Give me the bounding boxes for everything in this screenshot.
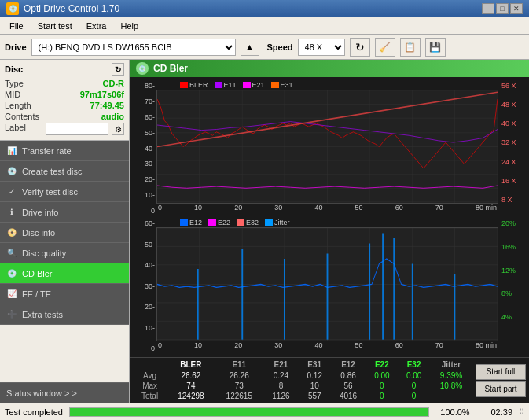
stats-avg-e21: 0.24 [263, 370, 299, 381]
stats-avg-row: Avg 26.62 26.26 0.24 0.12 0.86 0.00 0.00… [133, 370, 472, 381]
stats-avg-bler: 26.62 [167, 370, 215, 381]
minimize-button[interactable]: ─ [482, 3, 494, 14]
chart-title: CD Bler [153, 63, 188, 74]
progress-bar-fill [70, 408, 428, 416]
extra-tests-icon: ➕ [6, 309, 17, 320]
stats-max-e31: 10 [299, 381, 331, 391]
nav-create-test-disc-label: Create test disc [22, 167, 82, 176]
speed-select[interactable]: 48 X [298, 39, 345, 56]
legend-e11: E11 [215, 81, 237, 89]
main-area: Disc ↻ Type CD-R MID 97m17s06f Length 77… [0, 60, 529, 403]
nav-extra-tests[interactable]: ➕ Extra tests [0, 304, 129, 325]
nav-cd-bler-label: CD Bler [22, 269, 53, 278]
status-window-label: Status window > > [6, 389, 77, 398]
erase-button[interactable]: 🧹 [375, 38, 395, 57]
stats-total-e32: 0 [398, 391, 430, 401]
disc-mid-value: 97m17s06f [80, 90, 124, 99]
disc-refresh-button[interactable]: ↻ [112, 63, 124, 76]
stats-col-e31: E31 [299, 359, 331, 370]
disc-info-nav-icon: 📀 [6, 227, 17, 238]
stats-total-e12: 4016 [331, 391, 366, 401]
disc-info-panel: Disc ↻ Type CD-R MID 97m17s06f Length 77… [0, 60, 129, 141]
bottom-chart-x-axis: 0 10 20 30 40 50 60 70 80 min [156, 341, 498, 354]
label-edit-button[interactable]: ⚙ [112, 123, 124, 135]
menu-extra[interactable]: Extra [80, 20, 113, 32]
create-test-disc-icon: 💿 [6, 166, 17, 177]
stats-col-e12: E12 [331, 359, 366, 370]
stats-max-row: Max 74 73 8 10 56 0 0 10.8% [133, 381, 472, 391]
start-full-button[interactable]: Start full [476, 364, 526, 380]
nav-fe-te-label: FE / TE [22, 289, 51, 299]
nav-transfer-rate-label: Transfer rate [22, 146, 72, 156]
stats-max-e11: 73 [215, 381, 263, 391]
disc-label-label: Label [5, 123, 26, 135]
close-button[interactable]: ✕ [510, 3, 523, 14]
nav-verify-test-disc-label: Verify test disc [22, 187, 78, 197]
stats-col-jitter: Jitter [430, 359, 472, 370]
status-time: 02:39 [481, 407, 512, 417]
top-chart-x-axis: 0 10 20 30 40 50 60 70 80 min [156, 204, 498, 216]
menu-start-test[interactable]: Start test [31, 20, 79, 32]
stats-col-e11: E11 [215, 359, 263, 370]
cd-bler-icon: 💿 [6, 268, 17, 279]
legend-e32: E32 [237, 219, 259, 227]
nav-disc-quality-label: Disc quality [22, 249, 66, 258]
nav-transfer-rate[interactable]: 📊 Transfer rate [0, 141, 129, 161]
charts-container: 80- 70- 60- 50- 40- 30- 20- 10- 0 BLER [130, 77, 529, 357]
drive-label: Drive [5, 42, 27, 52]
disc-type-value: CD-R [103, 79, 125, 88]
stats-total-label: Total [133, 391, 167, 401]
start-part-button[interactable]: Start part [476, 381, 526, 397]
stats-avg-jitter: 9.39% [430, 370, 472, 381]
bottom-chart-y-right: 20% 16% 12% 8% 4% [498, 218, 526, 354]
nav-drive-info[interactable]: ℹ Drive info [0, 202, 129, 223]
disc-title: Disc [5, 64, 23, 74]
refresh-button[interactable]: ↻ [350, 38, 370, 57]
stats-total-e22: 0 [366, 391, 398, 401]
drive-select[interactable]: (H:) BENQ DVD LS DW1655 BCIB [31, 39, 236, 56]
stats-max-e21: 8 [263, 381, 299, 391]
stats-max-bler: 74 [167, 381, 215, 391]
status-window-button[interactable]: Status window > > [0, 382, 129, 403]
stats-total-e31: 557 [299, 391, 331, 401]
disc-contents-value: audio [101, 112, 124, 121]
fe-te-icon: 📈 [6, 289, 17, 300]
drive-info-icon: ℹ [6, 207, 17, 218]
disc-label-input[interactable] [46, 123, 108, 135]
chart-disc-icon: 💿 [136, 62, 149, 75]
stats-buttons: Start full Start part [476, 359, 526, 401]
stats-max-label: Max [133, 381, 167, 391]
menu-file[interactable]: File [3, 20, 30, 32]
top-chart-wrapper: 80- 70- 60- 50- 40- 30- 20- 10- 0 BLER [133, 80, 526, 216]
eject-button[interactable]: ▲ [241, 39, 259, 56]
copy-button[interactable]: 📋 [400, 38, 421, 57]
nav-create-test-disc[interactable]: 💿 Create test disc [0, 161, 129, 182]
drivebar: Drive (H:) BENQ DVD LS DW1655 BCIB ▲ Spe… [0, 35, 529, 60]
maximize-button[interactable]: □ [496, 3, 509, 14]
stats-avg-e12: 0.86 [331, 370, 366, 381]
app-title: Opti Drive Control 1.70 [24, 3, 119, 14]
app-icon: 💿 [6, 2, 19, 15]
nav-fe-te[interactable]: 📈 FE / TE [0, 284, 129, 304]
bottom-chart [156, 227, 498, 341]
disc-contents-label: Contents [5, 112, 39, 121]
nav-cd-bler[interactable]: 💿 CD Bler [0, 263, 129, 284]
nav-verify-test-disc[interactable]: ✓ Verify test disc [0, 182, 129, 202]
stats-area: BLER E11 E21 E31 E12 E22 E32 Jitter Avg [130, 357, 529, 403]
nav-extra-tests-label: Extra tests [22, 310, 63, 319]
legend-e22: E22 [208, 219, 230, 227]
legend-bler: BLER [180, 81, 208, 89]
nav-disc-quality[interactable]: 🔍 Disc quality [0, 243, 129, 263]
disc-type-row: Type CD-R [5, 79, 124, 88]
top-chart-y-left: 80- 70- 60- 50- 40- 30- 20- 10- 0 [133, 80, 156, 216]
menu-help[interactable]: Help [114, 20, 145, 32]
stats-max-jitter: 10.8% [430, 381, 472, 391]
statusbar: Test completed 100.0% 02:39 ⠿ [0, 403, 529, 420]
left-panel: Disc ↻ Type CD-R MID 97m17s06f Length 77… [0, 60, 130, 403]
verify-test-disc-icon: ✓ [6, 186, 17, 197]
titlebar-controls: ─ □ ✕ [482, 3, 523, 14]
save-button[interactable]: 💾 [425, 38, 446, 57]
stats-max-e22: 0 [366, 381, 398, 391]
disc-label-row: Label ⚙ [5, 123, 124, 135]
nav-disc-info[interactable]: 📀 Disc info [0, 223, 129, 243]
